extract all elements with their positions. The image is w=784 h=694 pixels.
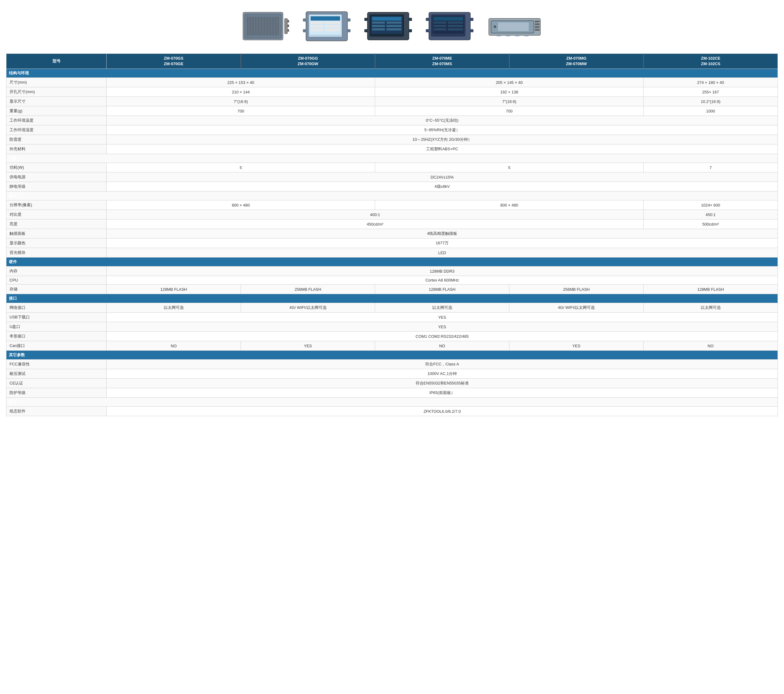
table-cell: 10～25HZ(XYZ方向 2G/30分钟）	[107, 135, 778, 145]
col-header-p5: ZM-102CEZM-102CS	[644, 54, 778, 69]
svg-rect-35	[311, 29, 323, 31]
row-label: 亮度	[7, 219, 107, 229]
table-cell: 5	[375, 163, 644, 172]
table-row: 静电等级4级±8kV	[7, 182, 778, 191]
svg-rect-23	[285, 18, 288, 34]
table-row: 显示颜色1677万	[7, 239, 778, 248]
table-cell: 4G/ WIFI/以太网可选	[509, 303, 644, 313]
table-cell: 450:1	[644, 210, 778, 219]
svg-rect-31	[311, 21, 323, 24]
table-cell: 符合EN55032和EN55035标准	[107, 379, 778, 388]
svg-rect-60	[448, 21, 463, 24]
product-image-1	[242, 9, 291, 43]
table-cell: 4G/ WIFI/以太网可选	[241, 303, 375, 313]
table-cell: YES	[509, 341, 644, 351]
table-row: 串形接口COM1 COM2:RS232/422/485	[7, 331, 778, 341]
table-header: 型号 ZM-070GSZM-070GE ZM-070GGZM-070GW ZM-…	[7, 54, 778, 69]
svg-rect-52	[364, 29, 368, 32]
table-row: 触摸面板4线高精度触摸板	[7, 229, 778, 239]
row-label: 尺寸(mm)	[7, 78, 107, 87]
table-cell: 以太网可选	[107, 303, 241, 313]
table-cell: DC24V±15%	[107, 172, 778, 182]
section-header: 电源	[7, 154, 778, 163]
table-row: Can接口NOYESNOYESNO	[7, 341, 778, 351]
row-label: 重量(g)	[7, 106, 107, 116]
table-cell: 1000V AC,1分钟	[107, 369, 778, 379]
table-cell: LED	[107, 248, 778, 257]
svg-rect-34	[325, 25, 340, 28]
table-row: 耐压测试1000V AC,1分钟	[7, 369, 778, 379]
product-images-row	[6, 6, 778, 46]
table-row: 开孔尺寸(mm)210 × 144192 × 138255× 167	[7, 87, 778, 97]
table-cell: 274 × 180 × 40	[644, 78, 778, 87]
section-header: 接口	[7, 294, 778, 303]
svg-rect-58	[433, 17, 463, 21]
svg-rect-79	[506, 35, 510, 36]
row-label: 组态软件	[7, 407, 107, 416]
table-row: 功耗(W)557	[7, 163, 778, 172]
table-row: 防护等级IP65(前面板）	[7, 388, 778, 398]
svg-rect-67	[470, 18, 473, 21]
table-cell: 210 × 144	[107, 87, 375, 97]
section-header: 结构与环境	[7, 69, 778, 78]
svg-rect-39	[347, 18, 351, 21]
table-cell: 128MB DDR3	[107, 267, 778, 276]
table-row: 亮度450cd/m²500cd/m²	[7, 219, 778, 229]
table-row: 防震度10～25HZ(XYZ方向 2G/30分钟）	[7, 135, 778, 145]
table-row: 背光模块LED	[7, 248, 778, 257]
table-cell: 205 × 145 × 40	[375, 78, 644, 87]
table-cell: 255× 167	[644, 87, 778, 97]
svg-rect-30	[311, 16, 340, 21]
table-cell: 4级±8kV	[107, 182, 778, 191]
table-row: 分辨率(像素)800 × 480800 × 4801024× 600	[7, 200, 778, 210]
table-cell: 符合FCC，Class A	[107, 359, 778, 369]
table-cell: 以太网可选	[644, 303, 778, 313]
row-label: 分辨率(像素)	[7, 200, 107, 210]
row-label: 防护等级	[7, 388, 107, 398]
svg-rect-45	[372, 21, 385, 24]
row-label: 网络接口	[7, 303, 107, 313]
table-cell: 7"(16:9)	[375, 97, 644, 106]
row-label: 工作环境湿度	[7, 125, 107, 135]
svg-rect-74	[535, 29, 539, 31]
table-row: CE认证符合EN55032和EN55035标准	[7, 379, 778, 388]
table-cell: YES	[107, 322, 778, 331]
svg-rect-68	[470, 29, 473, 32]
table-cell: 256MB FLASH	[509, 285, 644, 294]
table-row: 工作环境温度0°C~55°C(无冻结)	[7, 116, 778, 125]
col-header-model: 型号	[7, 54, 107, 69]
svg-rect-48	[387, 25, 402, 27]
svg-rect-64	[448, 28, 463, 30]
table-cell: 450cd/m²	[107, 219, 644, 229]
table-cell: NO	[375, 341, 509, 351]
svg-rect-62	[448, 25, 463, 27]
section-header: 其它参数	[7, 351, 778, 359]
table-cell: 以太网可选	[375, 303, 509, 313]
product-image-4	[426, 9, 475, 43]
table-cell: 400:1	[107, 210, 644, 219]
row-label: 功耗(W)	[7, 163, 107, 172]
row-label: FCC兼容性	[7, 359, 107, 369]
table-cell: NO	[107, 341, 241, 351]
table-cell: 128MB FLASH	[644, 285, 778, 294]
svg-rect-51	[364, 18, 368, 21]
svg-rect-38	[303, 29, 306, 32]
table-row: CPUCortex A8 600MHz	[7, 276, 778, 285]
row-label: U盘口	[7, 322, 107, 331]
table-cell: COM1 COM2:RS232/422/485	[107, 331, 778, 341]
svg-rect-59	[433, 21, 446, 24]
section-header: 软件	[7, 398, 778, 407]
row-label: CE认证	[7, 379, 107, 388]
row-label: 显示颜色	[7, 239, 107, 248]
table-cell: 1677万	[107, 239, 778, 248]
table-cell: 225 × 153 × 40	[107, 78, 375, 87]
svg-rect-46	[387, 21, 402, 24]
table-row: 工作环境湿度5~95%RH(无冷凝）	[7, 125, 778, 135]
table-cell: IP65(前面板）	[107, 388, 778, 398]
svg-rect-50	[387, 28, 402, 30]
table-cell: YES	[241, 341, 375, 351]
table-cell: 700	[107, 106, 375, 116]
svg-rect-71	[535, 21, 539, 22]
table-cell: 5~95%RH(无冷凝）	[107, 125, 778, 135]
table-row: 存储128MB FLASH256MB FLASH128MB FLASH256MB…	[7, 285, 778, 294]
